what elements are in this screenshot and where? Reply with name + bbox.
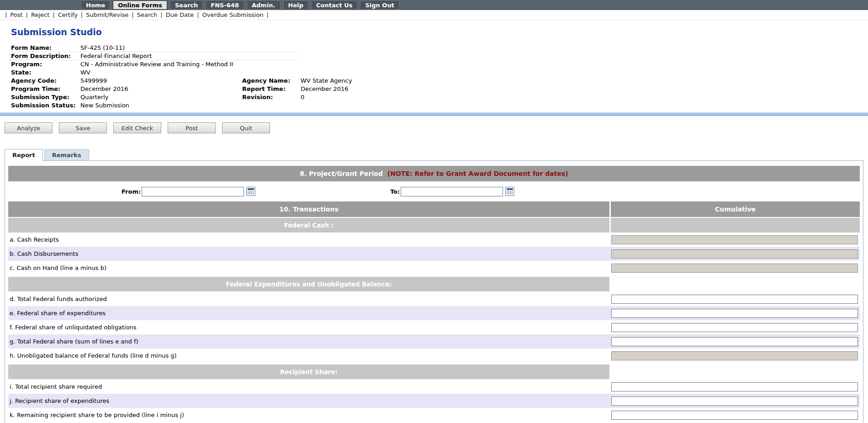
row-total-recipient-share: i. Total recipient share required (8, 380, 860, 394)
menu-separator: | (53, 11, 54, 18)
nav-item-online-forms[interactable]: Online Forms (113, 0, 167, 10)
action-menubar: | Post | Reject | Certify | Submit/Revis… (0, 10, 868, 20)
detail-value: WV State Agency (301, 77, 724, 85)
row-federal-share-unliquidated: f. Federal share of unliquidated obligat… (8, 320, 860, 334)
page-title: Submission Studio (11, 27, 868, 37)
detail-value: CN - Administrative Review and Training … (80, 60, 724, 69)
section-title: Federal Expenditures and Unobligated Bal… (8, 277, 609, 291)
detail-value: New Submission (80, 101, 724, 110)
from-date-input[interactable] (142, 187, 244, 196)
total-federal-funds-input[interactable] (611, 295, 858, 304)
nav-item-home[interactable]: Home (81, 0, 110, 10)
period-header-note: (NOTE: Refer to Grant Award Document for… (387, 170, 568, 177)
section-title: Recipient Share: (8, 365, 609, 379)
detail-row-form-description: Form Description: Federal Financial Repo… (11, 52, 724, 60)
row-label: j. Recipient share of expenditures (8, 397, 609, 404)
tab-remarks[interactable]: Remarks (44, 149, 89, 160)
detail-row-submission-type: Submission Type: Quarterly Revision: 0 (11, 93, 724, 101)
section-recipient-share: Recipient Share: (8, 365, 860, 379)
quit-button[interactable]: Quit (222, 122, 270, 133)
from-label: From: (122, 188, 141, 195)
detail-label: Program Time: (11, 85, 80, 93)
row-label: f. Federal share of unliquidated obligat… (8, 324, 609, 331)
period-date-row: From: To: (8, 181, 860, 201)
cash-on-hand-input (611, 264, 858, 273)
detail-value: December 2016 (80, 85, 242, 93)
transactions-header-row: 10. Transactions Cumulative (8, 201, 860, 217)
detail-label: Form Description: (11, 52, 80, 60)
nav-item-search[interactable]: Search (170, 0, 203, 10)
menu-separator: | (197, 11, 199, 18)
detail-label: Submission Type: (11, 93, 80, 101)
period-header-title: 8. Project/Grant Period (300, 170, 383, 177)
row-unobligated-balance: h. Unobligated balance of Federal funds … (8, 349, 860, 363)
cash-disbursements-input (611, 249, 858, 259)
detail-value: 0 (301, 93, 724, 101)
detail-row-agency: Agency Code: 5499999 Agency Name: WV Sta… (11, 77, 724, 85)
to-date-input[interactable] (401, 187, 503, 196)
submission-studio-page: { "nav": { "items": [ { "label": "Home" … (0, 0, 868, 423)
row-total-federal-share: g. Total Federal share (sum of lines e a… (8, 334, 860, 349)
nav-item-sign-out[interactable]: Sign Out (360, 0, 399, 10)
nav-item-admin[interactable]: Admin. (247, 0, 281, 10)
total-recipient-share-input[interactable] (611, 382, 858, 391)
row-cash-disbursements: b. Cash Disbursements (8, 247, 860, 261)
menu-item-certify[interactable]: Certify (58, 11, 78, 18)
row-label: d. Total Federal funds authorized (8, 296, 609, 302)
menu-item-reject[interactable]: Reject (31, 11, 49, 18)
section-cumulative-cell (611, 277, 860, 291)
row-cash-on-hand: c. Cash on Hand (line a minus b) (8, 261, 860, 275)
remaining-recipient-share-input[interactable] (611, 411, 858, 420)
row-label: g. Total Federal share (sum of lines e a… (8, 338, 609, 345)
project-grant-period-header: 8. Project/Grant Period (NOTE: Refer to … (8, 166, 860, 181)
menu-item-overdue-submission[interactable]: Overdue Submission (202, 11, 264, 18)
detail-value: WV (80, 69, 724, 77)
federal-share-unliquidated-input[interactable] (611, 323, 858, 332)
federal-share-expenditures-input[interactable] (611, 309, 858, 318)
row-label: i. Total recipient share required (8, 383, 609, 390)
detail-value: Federal Financial Report (80, 52, 724, 60)
detail-value: Quarterly (80, 93, 242, 101)
save-button[interactable]: Save (59, 122, 107, 133)
menu-separator: | (26, 11, 28, 18)
detail-row-state: State: WV (11, 69, 724, 77)
menu-item-post[interactable]: Post (10, 11, 22, 18)
row-cash-receipts: a. Cash Receipts (8, 233, 860, 247)
total-federal-share-input[interactable] (611, 337, 858, 346)
detail-label: Agency Code: (11, 77, 80, 85)
detail-row-program: Program: CN - Administrative Review and … (11, 60, 724, 69)
to-calendar-icon[interactable] (505, 187, 514, 196)
analyze-button[interactable]: Analyze (5, 122, 53, 133)
recipient-share-expenditures-input[interactable] (611, 397, 858, 406)
section-federal-expenditures: Federal Expenditures and Unobligated Bal… (8, 277, 860, 291)
edit-check-button[interactable]: Edit Check (113, 122, 161, 133)
menu-item-submit-revise[interactable]: Submit/Revise (86, 11, 128, 18)
row-label: k. Remaining recipient share to be provi… (8, 412, 609, 418)
detail-label: State: (11, 69, 80, 77)
from-calendar-icon[interactable] (246, 187, 255, 196)
section-cumulative-cell (611, 218, 860, 233)
top-nav: Home Online Forms Search FNS-648 Admin. … (0, 0, 868, 10)
cash-receipts-input (611, 235, 858, 244)
nav-item-help[interactable]: Help (283, 0, 308, 10)
section-title: Federal Cash : (8, 218, 609, 233)
section-federal-cash: Federal Cash : (8, 218, 860, 233)
detail-row-times: Program Time: December 2016 Report Time:… (11, 85, 724, 93)
row-remaining-recipient-share: k. Remaining recipient share to be provi… (8, 408, 860, 422)
detail-label: Agency Name: (242, 77, 301, 85)
menu-item-search[interactable]: Search (137, 11, 158, 18)
detail-value: December 2016 (301, 85, 724, 93)
detail-label: Submission Status: (11, 101, 80, 110)
section-cumulative-cell (611, 365, 860, 379)
menu-item-due-date[interactable]: Due Date (166, 11, 194, 18)
menu-separator: | (160, 11, 162, 18)
nav-item-fns-648[interactable]: FNS-648 (206, 0, 244, 10)
tab-report[interactable]: Report (5, 149, 43, 161)
nav-item-contact-us[interactable]: Contact Us (311, 0, 357, 10)
detail-label: Form Name: (11, 44, 80, 52)
row-recipient-share-expenditures: j. Recipient share of expenditures (8, 394, 860, 408)
menu-separator: | (5, 11, 7, 18)
transactions-column-header: 10. Transactions (8, 201, 609, 217)
post-button[interactable]: Post (168, 122, 216, 133)
menu-separator: | (81, 11, 83, 18)
